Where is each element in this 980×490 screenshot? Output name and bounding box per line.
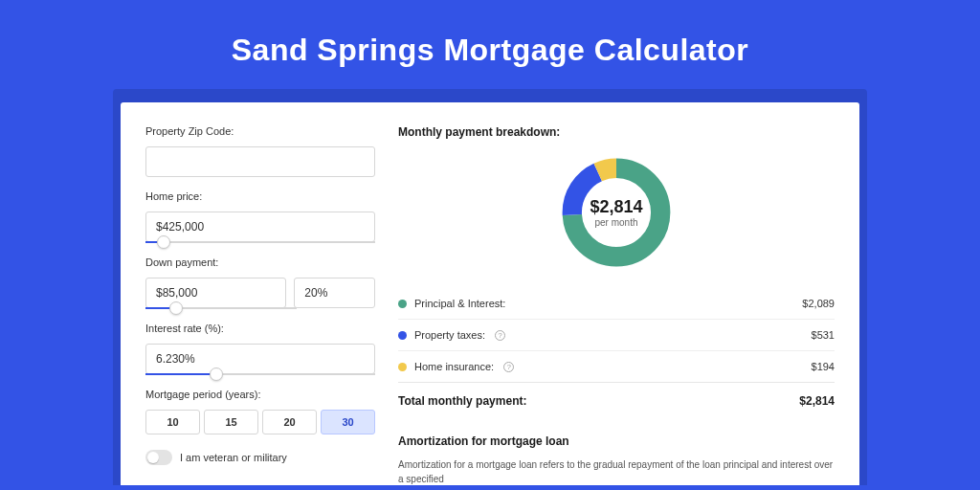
zip-field-group: Property Zip Code: <box>145 125 375 177</box>
legend: Principal & Interest:$2,089Property taxe… <box>398 288 835 382</box>
form-column: Property Zip Code: Home price: Down paym… <box>145 125 375 485</box>
period-btn-30[interactable]: 30 <box>321 410 375 434</box>
legend-dot <box>398 363 407 371</box>
info-icon[interactable]: ? <box>503 362 514 372</box>
legend-label: Property taxes: <box>414 329 485 341</box>
period-btn-10[interactable]: 10 <box>145 410 200 434</box>
interest-label: Interest rate (%): <box>145 323 375 334</box>
zip-input[interactable] <box>145 146 375 177</box>
down-payment-input[interactable] <box>145 278 286 308</box>
legend-row-taxes: Property taxes:?$531 <box>398 320 835 351</box>
legend-value: $2,089 <box>802 298 835 309</box>
home-price-group: Home price: <box>145 190 375 243</box>
amortization-heading: Amortization for mortgage loan <box>398 434 835 448</box>
legend-label: Home insurance: <box>414 361 494 372</box>
info-icon[interactable]: ? <box>495 330 505 341</box>
amortization-text: Amortization for a mortgage loan refers … <box>398 457 835 486</box>
legend-row-principal: Principal & Interest:$2,089 <box>398 288 835 320</box>
veteran-row: I am veteran or military <box>145 450 375 465</box>
card-shadow: Property Zip Code: Home price: Down paym… <box>113 89 867 485</box>
donut-chart: $2,814 per month <box>398 154 835 271</box>
amortization-section: Amortization for mortgage loan Amortizat… <box>398 434 835 486</box>
legend-value: $194 <box>812 361 835 372</box>
home-price-label: Home price: <box>145 190 375 202</box>
slider-thumb[interactable] <box>157 235 170 249</box>
calculator-card: Property Zip Code: Home price: Down paym… <box>121 102 859 485</box>
legend-dot <box>398 331 407 340</box>
interest-input[interactable] <box>145 344 375 374</box>
page-title: Sand Springs Mortgage Calculator <box>0 0 980 89</box>
slider-thumb[interactable] <box>169 301 183 315</box>
down-payment-pct-input[interactable] <box>294 278 375 308</box>
legend-row-insurance: Home insurance:?$194 <box>398 351 835 382</box>
period-label: Mortgage period (years): <box>145 389 375 400</box>
zip-label: Property Zip Code: <box>145 125 375 137</box>
down-payment-label: Down payment: <box>145 256 375 268</box>
home-price-slider[interactable] <box>145 241 375 243</box>
donut-center: $2,814 per month <box>558 154 675 271</box>
toggle-knob <box>147 452 159 463</box>
interest-slider[interactable] <box>145 373 375 375</box>
total-row: Total monthly payment: $2,814 <box>398 382 835 419</box>
veteran-toggle[interactable] <box>145 450 172 465</box>
donut-amount: $2,814 <box>590 197 642 217</box>
legend-value: $531 <box>812 329 835 341</box>
interest-group: Interest rate (%): <box>145 323 375 375</box>
home-price-input[interactable] <box>145 212 375 242</box>
breakdown-column: Monthly payment breakdown: $2,814 per mo… <box>398 125 835 485</box>
total-value: $2,814 <box>799 394 835 408</box>
slider-thumb[interactable] <box>210 368 223 381</box>
total-label: Total monthly payment: <box>398 394 526 408</box>
period-btn-15[interactable]: 15 <box>204 410 258 434</box>
legend-dot <box>398 300 407 308</box>
period-group: Mortgage period (years): 10152030 <box>145 389 375 434</box>
veteran-label: I am veteran or military <box>180 452 287 463</box>
down-payment-group: Down payment: <box>145 256 375 309</box>
breakdown-heading: Monthly payment breakdown: <box>398 125 835 139</box>
legend-label: Principal & Interest: <box>414 298 505 309</box>
down-payment-slider[interactable] <box>145 307 297 309</box>
donut-sub: per month <box>594 217 637 228</box>
period-btn-20[interactable]: 20 <box>262 410 317 434</box>
